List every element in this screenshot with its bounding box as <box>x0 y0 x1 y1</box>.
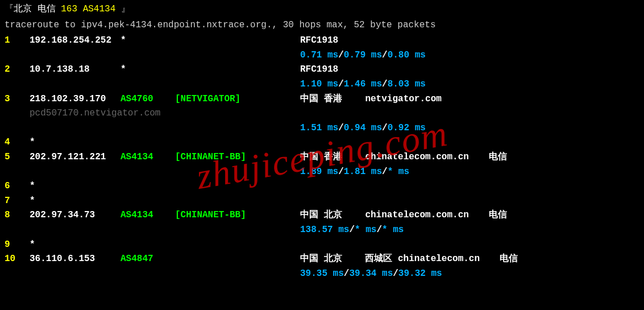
hop-number: 3 <box>5 92 30 107</box>
hop-number: 5 <box>5 150 30 165</box>
hop-number: 4 <box>5 135 30 150</box>
latency-value: * ms <box>382 223 404 238</box>
hop-org: chinatelecom.com.cn <box>349 152 469 162</box>
hop-star: * <box>30 135 35 150</box>
hop-location-block: RFC1918 <box>300 34 338 48</box>
hop-number: 8 <box>5 208 30 223</box>
latency-value: 0.71 ms <box>300 48 338 63</box>
hop-ip: 36.110.6.153 <box>30 252 121 267</box>
hop-network: [CHINANET-BB] <box>175 150 300 165</box>
hop-ip: 192.168.254.252 <box>30 34 121 48</box>
latency-separator: / <box>382 121 388 136</box>
hop-row: 5202.97.121.221AS4134[CHINANET-BB]中国 香港 … <box>5 150 639 179</box>
hop-asn: AS4847 <box>121 252 175 267</box>
hop-main-row: 3218.102.39.170AS4760[NETVIGATOR]中国 香港 n… <box>5 92 639 107</box>
hop-number: 6 <box>5 179 30 194</box>
hop-org: netvigator.com <box>349 94 442 104</box>
latency-separator: / <box>349 223 355 238</box>
header-city: 北京 <box>14 4 32 14</box>
hop-number: 9 <box>5 238 30 253</box>
hop-latency-row: 1.51 ms / 0.94 ms / 0.92 ms <box>5 121 639 136</box>
latency-value: 1.51 ms <box>300 121 338 136</box>
hop-location: 中国 香港 <box>300 152 342 162</box>
latency-separator: / <box>382 48 388 63</box>
latency-separator: / <box>338 121 344 136</box>
hop-ip: 202.97.121.221 <box>30 150 121 165</box>
hop-main-row: 8202.97.34.73AS4134[CHINANET-BB]中国 北京 ch… <box>5 208 639 223</box>
hop-row: 4* <box>5 135 639 150</box>
hop-row: 3218.102.39.170AS4760[NETVIGATOR]中国 香港 n… <box>5 92 639 136</box>
hop-star-col: * <box>121 63 300 77</box>
hop-latency-row: 1.10 ms / 1.46 ms / 8.03 ms <box>5 77 639 92</box>
hop-main-row: 1036.110.6.153AS4847中国 北京 西城区 chinatelec… <box>5 252 639 267</box>
header-suffix: 』 <box>121 4 130 14</box>
hop-star-col: * <box>121 34 300 48</box>
latency-value: 0.80 ms <box>388 48 426 63</box>
hop-row: 9* <box>5 238 639 253</box>
hop-isp: 电信 <box>478 152 507 162</box>
latency-value: 1.89 ms <box>300 165 338 180</box>
hop-number: 1 <box>5 34 30 48</box>
latency-value: 1.46 ms <box>344 77 382 92</box>
hop-ip: 10.7.138.18 <box>30 63 121 77</box>
latency-separator: / <box>338 165 344 180</box>
hop-network: [CHINANET-BB] <box>175 208 300 223</box>
latency-separator: / <box>344 267 350 282</box>
hop-location: 中国 香港 <box>300 94 342 104</box>
hop-row: 1192.168.254.252*RFC19180.71 ms / 0.79 m… <box>5 34 639 63</box>
hop-number: 2 <box>5 63 30 77</box>
latency-value: 1.10 ms <box>300 77 338 92</box>
hop-row: 210.7.138.18*RFC19181.10 ms / 1.46 ms / … <box>5 63 639 92</box>
hop-main-row: 1192.168.254.252*RFC1918 <box>5 34 639 48</box>
latency-value: 8.03 ms <box>388 77 426 92</box>
hop-star-row: 4* <box>5 135 639 150</box>
hop-org: chinatelecom.com.cn <box>349 210 469 220</box>
header-isp: 电信 <box>38 4 56 14</box>
hop-location-block: 中国 北京 chinatelecom.com.cn 电信 <box>300 208 507 223</box>
hop-isp: 电信 <box>489 254 518 264</box>
hops-list: 1192.168.254.252*RFC19180.71 ms / 0.79 m… <box>5 34 639 281</box>
hop-row: 6* <box>5 179 639 194</box>
hop-row: 7* <box>5 194 639 209</box>
hop-location: 中国 北京 <box>300 254 342 264</box>
hop-ip: 218.102.39.170 <box>30 92 121 107</box>
hop-star: * <box>30 238 35 253</box>
latency-value: 138.57 ms <box>300 223 349 238</box>
hop-main-row: 210.7.138.18*RFC1918 <box>5 63 639 77</box>
trace-command: traceroute to ipv4.pek-4134.endpoint.nxt… <box>5 18 639 33</box>
hop-rdns: pcd507170.netvigator.com <box>5 106 639 121</box>
latency-separator: / <box>382 165 388 180</box>
hop-main-row: 5202.97.121.221AS4134[CHINANET-BB]中国 香港 … <box>5 150 639 165</box>
hop-star-row: 9* <box>5 238 639 253</box>
hop-asn: AS4760 <box>121 92 175 107</box>
hop-isp: 电信 <box>478 210 507 220</box>
hop-location-block: RFC1918 <box>300 63 338 77</box>
hop-location: RFC1918 <box>300 35 338 46</box>
hop-location: 中国 北京 <box>300 210 342 220</box>
latency-value: * ms <box>388 165 409 180</box>
hop-row: 8202.97.34.73AS4134[CHINANET-BB]中国 北京 ch… <box>5 208 639 237</box>
latency-separator: / <box>393 267 398 282</box>
header-asn: AS4134 <box>83 4 116 14</box>
hop-latency-row: 138.57 ms / * ms / * ms <box>5 223 639 238</box>
hop-number: 10 <box>5 252 30 267</box>
latency-separator: / <box>376 223 382 238</box>
header-163: 163 <box>61 4 77 14</box>
latency-value: 0.79 ms <box>344 48 382 63</box>
hop-latency-row: 39.35 ms / 39.34 ms / 39.32 ms <box>5 267 639 282</box>
hop-location: RFC1918 <box>300 64 338 75</box>
hop-network: [NETVIGATOR] <box>175 92 300 107</box>
trace-header: 『北京 电信 163 AS4134 』 <box>5 2 639 17</box>
hop-row: 1036.110.6.153AS4847中国 北京 西城区 chinatelec… <box>5 252 639 281</box>
latency-separator: / <box>338 48 344 63</box>
hop-star: * <box>30 179 35 194</box>
hop-star: * <box>30 194 35 209</box>
latency-value: 39.35 ms <box>300 267 344 282</box>
latency-value: 0.94 ms <box>344 121 382 136</box>
hop-star-row: 7* <box>5 194 639 209</box>
latency-separator: / <box>338 77 344 92</box>
latency-separator: / <box>382 77 388 92</box>
hop-latency-row: 0.71 ms / 0.79 ms / 0.80 ms <box>5 48 639 63</box>
hop-star-row: 6* <box>5 179 639 194</box>
hop-asn: AS4134 <box>121 150 175 165</box>
